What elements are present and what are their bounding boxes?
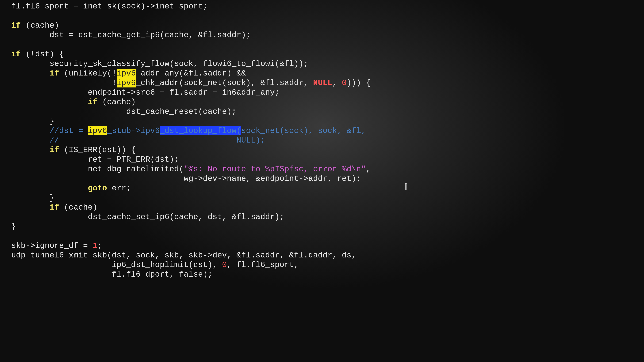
search-match: ipv6: [88, 126, 107, 135]
null-literal: NULL: [313, 78, 332, 87]
search-match: ipv6: [116, 78, 136, 87]
number-literal: 1: [93, 241, 98, 250]
keyword: if: [88, 97, 98, 107]
code-editor[interactable]: fl.fl6_sport = inet_sk(sock)->inet_sport…: [0, 0, 644, 281]
keyword: if: [50, 145, 59, 154]
keyword: if: [50, 69, 59, 78]
keyword: if: [11, 50, 21, 59]
comment: // NULL);: [50, 136, 265, 145]
search-match: ipv6: [116, 69, 136, 78]
number-literal: 0: [222, 260, 227, 269]
number-literal: 0: [342, 78, 346, 87]
text-selection: _dst_lookup_flow(: [160, 126, 241, 135]
string-literal: "%s: No route to %pISpfsc, error %d\n": [184, 165, 366, 174]
comment: //dst = ipv6_stub->ipv6_dst_lookup_flow(…: [50, 126, 366, 135]
keyword: goto: [88, 184, 107, 193]
keyword: if: [50, 203, 59, 212]
keyword: if: [11, 21, 21, 30]
